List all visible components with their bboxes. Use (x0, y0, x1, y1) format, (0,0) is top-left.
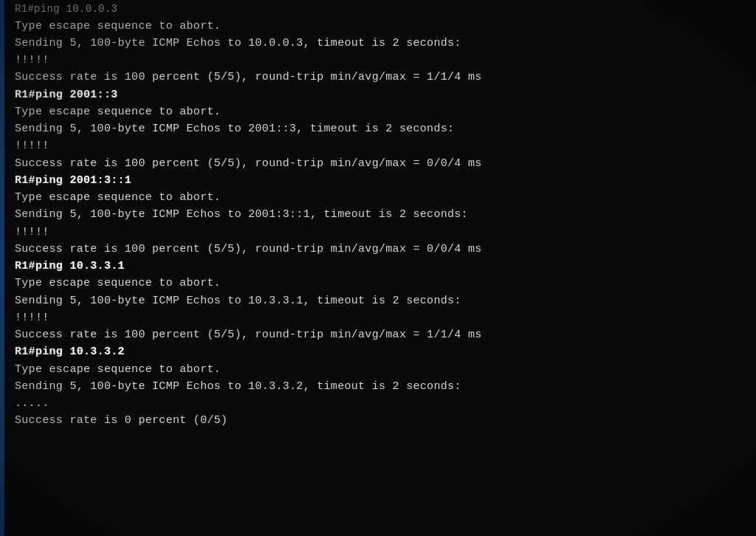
line-success-2: Success rate is 100 percent (5/5), round… (15, 155, 750, 172)
line-sending-2: Sending 5, 100-byte ICMP Echos to 2001::… (15, 120, 750, 137)
line-prompt-5: R1#ping 10.3.3.2 (15, 343, 750, 360)
line-dots-3: !!!!! (15, 224, 750, 241)
line-escape: Type escape sequence to abort. (15, 18, 750, 35)
line-prompt-2: R1#ping 2001::3 (15, 86, 750, 103)
line-escape-4: Type escape sequence to abort. (15, 275, 750, 292)
line-sending-3: Sending 5, 100-byte ICMP Echos to 2001:3… (15, 206, 750, 223)
line-success-4: Success rate is 100 percent (5/5), round… (15, 326, 750, 343)
line-escape-5: Type escape sequence to abort. (15, 361, 750, 378)
line-prompt-3: R1#ping 2001:3::1 (15, 172, 750, 189)
terminal-content: R1#ping 10.0.0.3 Type escape sequence to… (0, 0, 756, 431)
line-escape-2: Type escape sequence to abort. (15, 103, 750, 120)
line-success-1: Success rate is 100 percent (5/5), round… (15, 69, 750, 86)
line-dots-1: !!!!! (15, 52, 750, 69)
line-sending-1: Sending 5, 100-byte ICMP Echos to 10.0.0… (15, 35, 750, 52)
line-sending-4: Sending 5, 100-byte ICMP Echos to 10.3.3… (15, 292, 750, 309)
line-sending-5: Sending 5, 100-byte ICMP Echos to 10.3.3… (15, 378, 750, 395)
line-prompt-4: R1#ping 10.3.3.1 (15, 258, 750, 275)
line-dots-2: !!!!! (15, 137, 750, 154)
line-dots-5: ..... (15, 395, 750, 412)
terminal-window: R1#ping 10.0.0.3 Type escape sequence to… (0, 0, 756, 536)
line-escape-3: Type escape sequence to abort. (15, 189, 750, 206)
line-dots-4: !!!!! (15, 309, 750, 326)
line-success-3: Success rate is 100 percent (5/5), round… (15, 241, 750, 258)
line-success-5: Success rate is 0 percent (0/5) (15, 412, 750, 429)
line-header-top: R1#ping 10.0.0.3 (15, 1, 750, 18)
